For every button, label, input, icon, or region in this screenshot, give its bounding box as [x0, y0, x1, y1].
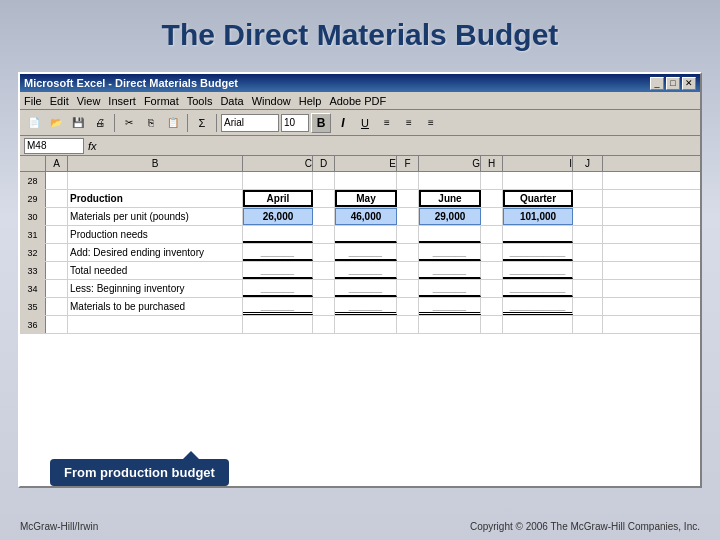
cell-36b[interactable]: [68, 316, 243, 333]
cell-35a[interactable]: [46, 298, 68, 315]
col-header-a[interactable]: A: [46, 156, 68, 171]
cell-30e-val[interactable]: 46,000: [335, 208, 397, 225]
cell-34i[interactable]: __________: [503, 280, 573, 297]
cell-36a[interactable]: [46, 316, 68, 333]
cell-29b-production[interactable]: Production: [68, 190, 243, 207]
cell-34g[interactable]: ______: [419, 280, 481, 297]
menu-adobe[interactable]: Adobe PDF: [329, 95, 386, 107]
cell-28b[interactable]: [68, 172, 243, 189]
font-selector[interactable]: Arial: [221, 114, 279, 132]
close-btn[interactable]: ✕: [682, 77, 696, 90]
cell-33g[interactable]: ______: [419, 262, 481, 279]
cell-29i-quarter[interactable]: Quarter: [503, 190, 573, 207]
cell-35i[interactable]: __________: [503, 298, 573, 315]
maximize-btn[interactable]: □: [666, 77, 680, 90]
menu-edit[interactable]: Edit: [50, 95, 69, 107]
menu-file[interactable]: File: [24, 95, 42, 107]
bold-button[interactable]: B: [311, 113, 331, 133]
cell-35g[interactable]: ______: [419, 298, 481, 315]
underline-btn[interactable]: U: [355, 113, 375, 133]
cell-28c[interactable]: [243, 172, 313, 189]
cell-30g-val[interactable]: 29,000: [419, 208, 481, 225]
menu-window[interactable]: Window: [252, 95, 291, 107]
cell-34a[interactable]: [46, 280, 68, 297]
col-header-b[interactable]: B: [68, 156, 243, 171]
cell-30j[interactable]: [573, 208, 603, 225]
cell-36e[interactable]: [335, 316, 397, 333]
copy-btn[interactable]: ⎘: [141, 113, 161, 133]
menu-help[interactable]: Help: [299, 95, 322, 107]
cell-34d[interactable]: [313, 280, 335, 297]
cell-31d[interactable]: [313, 226, 335, 243]
cell-32b[interactable]: Add: Desired ending inventory: [68, 244, 243, 261]
cell-29g-june[interactable]: June: [419, 190, 481, 207]
col-header-h[interactable]: H: [481, 156, 503, 171]
cell-29c-april[interactable]: April: [243, 190, 313, 207]
cell-34e[interactable]: ______: [335, 280, 397, 297]
cell-31j[interactable]: [573, 226, 603, 243]
cell-32f[interactable]: [397, 244, 419, 261]
open-btn[interactable]: 📂: [46, 113, 66, 133]
minimize-btn[interactable]: _: [650, 77, 664, 90]
col-header-d[interactable]: D: [313, 156, 335, 171]
cell-32j[interactable]: [573, 244, 603, 261]
cell-28d[interactable]: [313, 172, 335, 189]
cell-29f[interactable]: [397, 190, 419, 207]
menu-data[interactable]: Data: [220, 95, 243, 107]
italic-btn[interactable]: I: [333, 113, 353, 133]
cell-29e-may[interactable]: May: [335, 190, 397, 207]
menu-tools[interactable]: Tools: [187, 95, 213, 107]
size-selector[interactable]: 10: [281, 114, 309, 132]
cell-32d[interactable]: [313, 244, 335, 261]
cell-35b[interactable]: Materials to be purchased: [68, 298, 243, 315]
align-right-btn[interactable]: ≡: [421, 113, 441, 133]
cell-32i[interactable]: __________: [503, 244, 573, 261]
print-btn[interactable]: 🖨: [90, 113, 110, 133]
cell-30a[interactable]: [46, 208, 68, 225]
cell-36j[interactable]: [573, 316, 603, 333]
cell-35j[interactable]: [573, 298, 603, 315]
col-header-c[interactable]: C: [243, 156, 313, 171]
cut-btn[interactable]: ✂: [119, 113, 139, 133]
cell-36g[interactable]: [419, 316, 481, 333]
cell-28g[interactable]: [419, 172, 481, 189]
cell-36d[interactable]: [313, 316, 335, 333]
cell-36i[interactable]: [503, 316, 573, 333]
cell-30c-val[interactable]: 26,000: [243, 208, 313, 225]
cell-33b[interactable]: Total needed: [68, 262, 243, 279]
cell-33d[interactable]: [313, 262, 335, 279]
cell-32c[interactable]: ______: [243, 244, 313, 261]
cell-33i[interactable]: __________: [503, 262, 573, 279]
cell-29h[interactable]: [481, 190, 503, 207]
name-box[interactable]: M48: [24, 138, 84, 154]
cell-36h[interactable]: [481, 316, 503, 333]
cell-34j[interactable]: [573, 280, 603, 297]
cell-33h[interactable]: [481, 262, 503, 279]
cell-31f[interactable]: [397, 226, 419, 243]
save-btn[interactable]: 💾: [68, 113, 88, 133]
cell-29d[interactable]: [313, 190, 335, 207]
cell-28h[interactable]: [481, 172, 503, 189]
cell-31i[interactable]: [503, 226, 573, 243]
cell-31g[interactable]: [419, 226, 481, 243]
align-left-btn[interactable]: ≡: [377, 113, 397, 133]
new-btn[interactable]: 📄: [24, 113, 44, 133]
cell-33a[interactable]: [46, 262, 68, 279]
menu-format[interactable]: Format: [144, 95, 179, 107]
cell-36f[interactable]: [397, 316, 419, 333]
menu-view[interactable]: View: [77, 95, 101, 107]
cell-31h[interactable]: [481, 226, 503, 243]
cell-33f[interactable]: [397, 262, 419, 279]
cell-30f[interactable]: [397, 208, 419, 225]
sum-btn[interactable]: Σ: [192, 113, 212, 133]
cell-36c[interactable]: [243, 316, 313, 333]
cell-30d[interactable]: [313, 208, 335, 225]
col-header-g[interactable]: G: [419, 156, 481, 171]
cell-35e[interactable]: ______: [335, 298, 397, 315]
col-header-i[interactable]: I: [503, 156, 573, 171]
cell-31b[interactable]: Production needs: [68, 226, 243, 243]
cell-34h[interactable]: [481, 280, 503, 297]
cell-35f[interactable]: [397, 298, 419, 315]
cell-33e[interactable]: ______: [335, 262, 397, 279]
col-header-f[interactable]: F: [397, 156, 419, 171]
